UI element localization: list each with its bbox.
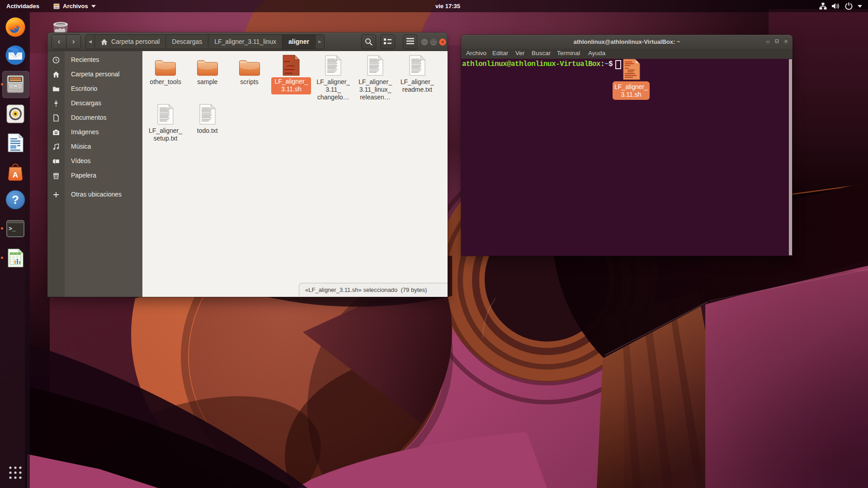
- svg-text:?: ?: [12, 193, 19, 206]
- svg-text:A: A: [13, 171, 18, 179]
- svg-text:>_: >_: [9, 225, 16, 232]
